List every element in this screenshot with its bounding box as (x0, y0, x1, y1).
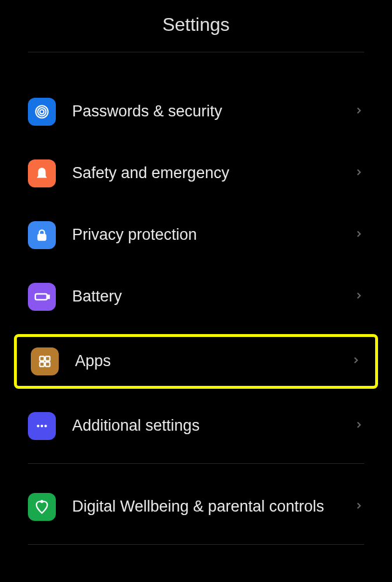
settings-item-safety-emergency[interactable]: Safety and emergency (0, 149, 392, 198)
settings-item-passwords-security[interactable]: Passwords & security (0, 87, 392, 136)
chevron-right-icon (354, 420, 364, 432)
svg-rect-5 (48, 296, 49, 299)
settings-item-apps[interactable]: Apps (14, 334, 378, 389)
item-label: Apps (75, 351, 344, 371)
battery-icon (28, 283, 56, 311)
svg-point-11 (41, 425, 43, 427)
svg-point-12 (44, 425, 47, 427)
item-label: Privacy protection (72, 225, 347, 245)
item-label: Digital Wellbeing & parental controls (72, 496, 347, 517)
svg-rect-3 (38, 235, 46, 240)
svg-rect-7 (45, 356, 50, 361)
item-label: Battery (72, 286, 347, 307)
fingerprint-icon (28, 98, 56, 126)
page-title: Settings (0, 14, 392, 36)
chevron-right-icon (354, 105, 364, 118)
apps-icon (31, 347, 59, 375)
svg-rect-9 (45, 362, 50, 367)
chevron-right-icon (354, 501, 364, 513)
group-divider (28, 463, 364, 464)
item-label: Passwords & security (72, 101, 347, 122)
svg-point-10 (37, 425, 39, 427)
lock-icon (28, 221, 56, 249)
bell-icon (28, 159, 56, 187)
group-divider-bottom (28, 544, 364, 545)
svg-point-1 (38, 108, 46, 116)
settings-list: Passwords & security Safety and emergenc… (0, 52, 392, 545)
settings-item-privacy-protection[interactable]: Privacy protection (0, 211, 392, 260)
svg-rect-4 (35, 294, 47, 300)
settings-item-additional-settings[interactable]: Additional settings (0, 402, 392, 450)
dots-icon (28, 412, 56, 440)
heart-icon (28, 493, 56, 521)
svg-point-13 (41, 501, 43, 502)
chevron-right-icon (354, 167, 364, 180)
chevron-right-icon (351, 355, 361, 368)
svg-point-0 (40, 110, 44, 114)
settings-item-battery[interactable]: Battery (0, 272, 392, 321)
item-label: Safety and emergency (72, 163, 347, 183)
svg-rect-8 (40, 362, 44, 367)
chevron-right-icon (354, 229, 364, 242)
settings-item-digital-wellbeing[interactable]: Digital Wellbeing & parental controls (0, 482, 392, 531)
item-label: Additional settings (72, 416, 347, 436)
svg-rect-6 (40, 356, 44, 361)
chevron-right-icon (354, 290, 364, 303)
page-header: Settings (0, 0, 392, 52)
